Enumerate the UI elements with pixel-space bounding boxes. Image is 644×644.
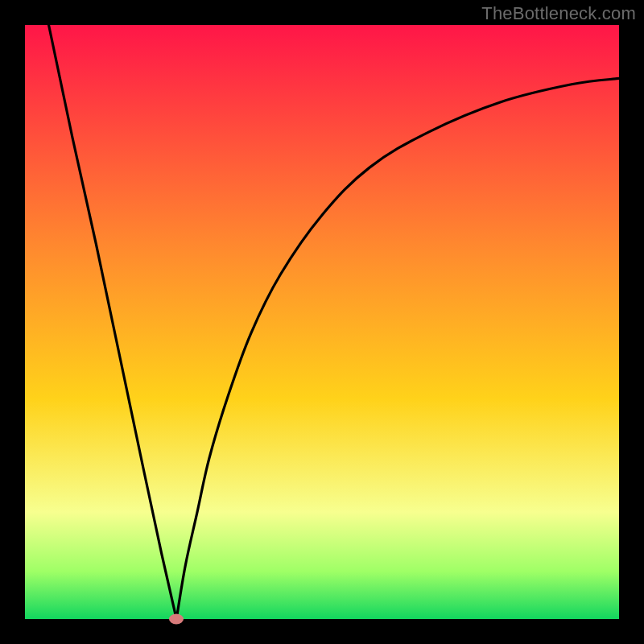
- watermark-text: TheBottleneck.com: [481, 3, 636, 24]
- chart-frame: TheBottleneck.com: [0, 0, 644, 644]
- minimum-marker: [169, 614, 184, 625]
- curve-path: [49, 25, 619, 619]
- plot-area: [25, 25, 619, 619]
- bottleneck-curve: [25, 25, 619, 619]
